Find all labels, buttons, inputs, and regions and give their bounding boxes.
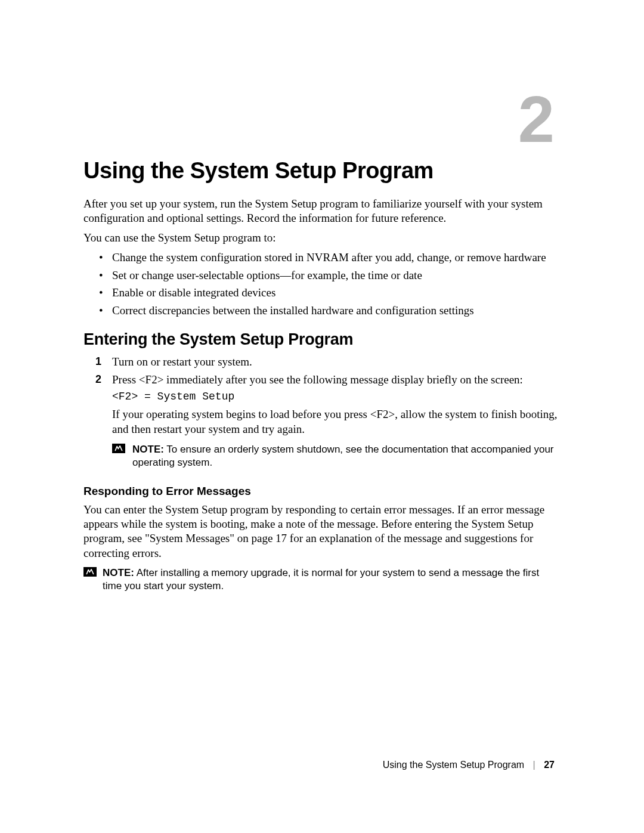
footer-separator: |: [533, 760, 535, 770]
step-item: Turn on or restart your system.: [112, 355, 561, 370]
step-text: Turn on or restart your system.: [112, 355, 252, 368]
step-followup: If your operating system begins to load …: [112, 407, 561, 436]
steps-list: Turn on or restart your system. Press <F…: [83, 355, 561, 469]
note-icon: [112, 444, 125, 453]
note-label: NOTE:: [103, 567, 134, 578]
note-block: NOTE: After installing a memory upgrade,…: [83, 566, 561, 593]
intro-paragraph-2: You can use the System Setup program to:: [83, 231, 561, 245]
subsection-title: Responding to Error Messages: [83, 485, 561, 498]
note-icon: [83, 567, 97, 577]
page-content: Using the System Setup Program After you…: [83, 158, 561, 593]
page-footer: Using the System Setup Program | 27: [383, 760, 555, 770]
code-line: <F2> = System Setup: [112, 390, 561, 404]
feature-bullet-list: Change the system configuration stored i…: [83, 250, 561, 318]
chapter-number: 2: [518, 86, 555, 152]
bullet-item: Enable or disable integrated devices: [112, 285, 561, 301]
step-item: Press <F2> immediately after you see the…: [112, 373, 561, 469]
footer-chapter-title: Using the System Setup Program: [383, 760, 524, 770]
note-label: NOTE:: [132, 444, 164, 455]
note-text: After installing a memory upgrade, it is…: [103, 567, 539, 592]
error-paragraph: You can enter the System Setup program b…: [83, 503, 561, 561]
step-text: Press <F2> immediately after you see the…: [112, 373, 523, 386]
page-number: 27: [544, 760, 555, 770]
intro-paragraph-1: After you set up your system, run the Sy…: [83, 197, 561, 226]
bullet-item: Change the system configuration stored i…: [112, 250, 561, 265]
chapter-title: Using the System Setup Program: [83, 158, 561, 184]
bullet-item: Set or change user-selectable options—fo…: [112, 268, 561, 283]
document-page: 2 Using the System Setup Program After y…: [0, 0, 644, 833]
section-title: Entering the System Setup Program: [83, 330, 561, 349]
note-block: NOTE: To ensure an orderly system shutdo…: [112, 443, 561, 469]
bullet-item: Correct discrepancies between the instal…: [112, 303, 561, 318]
note-text: To ensure an orderly system shutdown, se…: [132, 444, 554, 468]
